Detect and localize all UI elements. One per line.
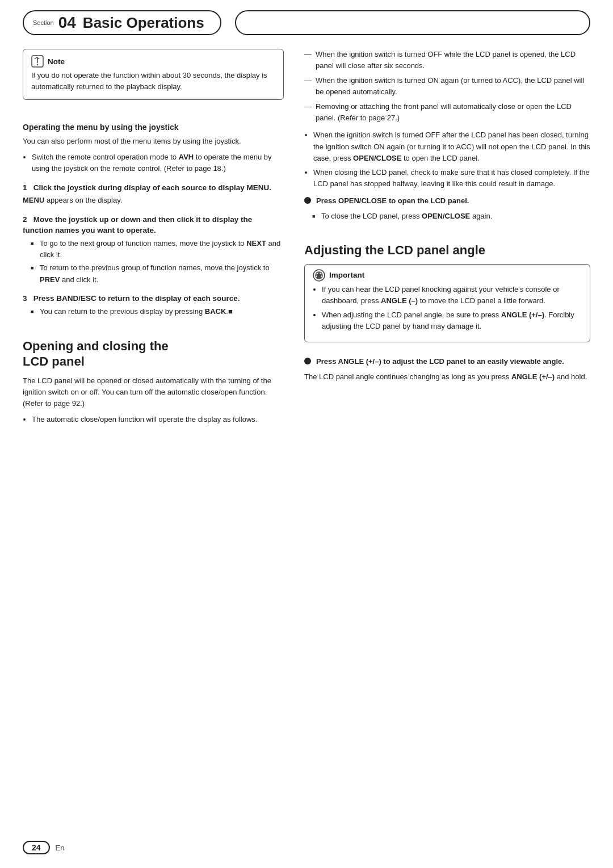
section-badge: Section 04 Basic Operations [23, 10, 221, 35]
list-item: The automatic close/open function will o… [32, 414, 284, 425]
step3-heading: 3 Press BAND/ESC to return to the displa… [23, 293, 284, 304]
dash-item-2: When the ignition switch is turned ON ag… [304, 75, 590, 98]
note-text: If you do not operate the function withi… [31, 70, 275, 93]
angle-body: The LCD panel angle continues changing a… [304, 371, 590, 383]
header-right-box [235, 10, 590, 35]
list-item: When the ignition switch is turned OFF a… [313, 129, 590, 164]
circle-bullet-angle: Press ANGLE (+/–) to adjust the LCD pane… [304, 356, 590, 367]
lcd-intro: The LCD panel will be opened or closed a… [23, 375, 284, 410]
note-title: Note [31, 55, 275, 68]
note-label: Note [48, 57, 65, 66]
right-column: When the ignition switch is turned OFF w… [304, 49, 590, 429]
page-number: 24 [23, 841, 50, 854]
list-item: If you can hear the LCD panel knocking a… [322, 284, 582, 307]
left-column: Note If you do not operate the function … [23, 49, 284, 429]
page-title: Basic Operations [83, 15, 204, 30]
open-close-detail: To close the LCD panel, press OPEN/CLOSE… [312, 211, 590, 222]
circle-bullet-icon [304, 197, 311, 204]
circle-bullet-angle-text: Press ANGLE (+/–) to adjust the LCD pane… [316, 356, 564, 367]
page: Section 04 Basic Operations [0, 0, 613, 868]
joystick-bullet-list: Switch the remote control operation mode… [32, 152, 284, 175]
important-box: Important If you can hear the LCD panel … [304, 264, 590, 343]
angle-heading: Adjusting the LCD panel angle [304, 242, 590, 258]
step1-body: MENU appears on the display. [23, 195, 284, 206]
dash-item-1: When the ignition switch is turned OFF w… [304, 49, 590, 72]
list-item: To close the LCD panel, press OPEN/CLOSE… [312, 211, 590, 222]
content-columns: Note If you do not operate the function … [0, 49, 613, 429]
footer-language: En [56, 844, 65, 852]
note-icon [31, 55, 44, 68]
joystick-heading: Operating the menu by using the joystick [23, 123, 284, 132]
section-label: Section [33, 20, 54, 26]
svg-point-2 [37, 64, 38, 65]
list-item: Switch the remote control operation mode… [32, 152, 284, 175]
right-bullet-list: When the ignition switch is turned OFF a… [313, 129, 590, 190]
circle-bullet-text: Press OPEN/CLOSE to open the LCD panel. [316, 195, 469, 207]
footer: 24 En [23, 841, 64, 854]
important-title: Important [313, 269, 582, 282]
list-item: To return to the previous group of funct… [31, 262, 284, 286]
step3-square-list: You can return to the previous display b… [31, 306, 284, 317]
list-item: When adjusting the LCD panel angle, be s… [322, 309, 582, 333]
header: Section 04 Basic Operations [0, 0, 613, 35]
note-box: Note If you do not operate the function … [23, 49, 284, 100]
lcd-bullet-list: The automatic close/open function will o… [32, 414, 284, 425]
list-item: When closing the LCD panel, check to mak… [313, 167, 590, 190]
important-bullet-list: If you can hear the LCD panel knocking a… [322, 284, 582, 333]
circle-bullet-icon-2 [304, 358, 311, 364]
important-label: Important [329, 271, 364, 279]
step1-heading: 1 Click the joystick during display of e… [23, 183, 284, 194]
step2-square-list: To go to the next group of function name… [31, 238, 284, 286]
lcd-heading: Opening and closing theLCD panel [23, 338, 284, 370]
joystick-intro: You can also perform most of the menu it… [23, 136, 284, 147]
circle-bullet-open-close: Press OPEN/CLOSE to open the LCD panel. [304, 195, 590, 207]
list-item: You can return to the previous display b… [31, 306, 284, 317]
step2-heading: 2 Move the joystick up or down and then … [23, 215, 284, 236]
dash-item-3: Removing or attaching the front panel wi… [304, 101, 590, 124]
list-item: To go to the next group of function name… [31, 238, 284, 261]
section-number: 04 [58, 15, 76, 31]
important-icon [313, 269, 325, 282]
